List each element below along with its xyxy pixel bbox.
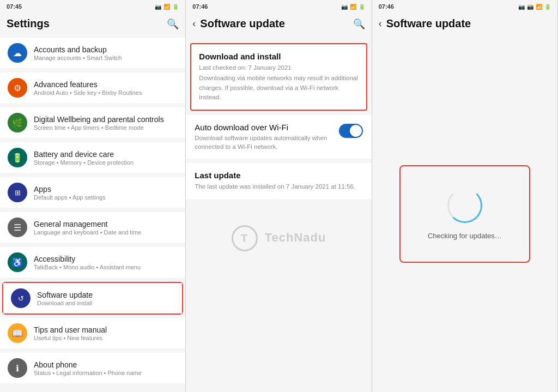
back-button-3[interactable]: ‹ [379,18,382,29]
about-sub: Status • Legal information • Phone name [34,370,142,376]
loading-spinner [447,188,482,223]
checking-content: Checking for updates… [372,35,557,392]
watermark-text: TechNadu [265,231,326,244]
camera-icon: 📷 [155,4,161,10]
settings-item-tips[interactable]: 📖 Tips and user manual Useful tips • New… [0,318,185,348]
download-install-line2: Downloading via mobile networks may resu… [199,74,358,102]
signal-icon-3: 📶 [536,4,542,10]
status-icons-1: 📷 📶 🔋 [155,4,179,10]
header-left: ‹ Software update [192,17,285,30]
status-icons-2: 📷 📶 🔋 [341,4,365,10]
auto-download-row: Auto download over Wi-Fi Download softwa… [186,115,371,159]
tips-text: Tips and user manual Useful tips • New f… [34,325,107,341]
settings-item-advanced[interactable]: ⚙ Advanced features Android Auto • Side … [0,73,185,103]
auto-download-text: Auto download over Wi-Fi Download softwa… [195,123,332,151]
tips-icon: 📖 [8,323,27,343]
general-icon: ☰ [8,218,27,237]
search-icon[interactable]: 🔍 [167,18,179,30]
battery-text: Battery and device care Storage • Memory… [34,150,134,166]
checking-header: ‹ Software update [372,13,557,35]
back-button-2[interactable]: ‹ [192,18,196,29]
wellbeing-icon: 🌿 [8,113,27,132]
auto-download-title: Auto download over Wi-Fi [195,123,332,132]
settings-panel: 07:45 📷 📶 🔋 Settings 🔍 ☁ Accounts and ba… [0,0,186,392]
apps-sub: Default apps • App settings [34,194,106,201]
software-update-sub: Download and install [37,300,93,306]
camera-icon-3: 📷 [518,4,525,10]
tips-sub: Useful tips • New features [34,335,107,341]
battery-title: Battery and device care [34,150,134,159]
advanced-text: Advanced features Android Auto • Side ke… [34,80,142,96]
advanced-icon: ⚙ [8,78,27,98]
battery-icon-2: 🔋 [359,4,365,10]
time-3: 07:46 [379,3,394,10]
checking-header-left: ‹ Software update [379,17,471,30]
settings-item-accessibility[interactable]: ♿ Accessibility TalkBack • Mono audio • … [0,247,185,278]
section-wellbeing: 🌿 Digital Wellbeing and parental control… [0,107,185,138]
checking-text: Checking for updates… [428,232,502,240]
last-update-sub: The last update was installed on 7 Janua… [195,182,362,191]
accessibility-title: Accessibility [34,255,141,263]
section-general: ☰ General management Language and keyboa… [0,212,185,243]
software-update-icon: ↺ [11,288,31,308]
watermark: T TechNadu [186,203,371,273]
settings-item-battery[interactable]: 🔋 Battery and device care Storage • Memo… [0,142,185,173]
signal-icon-2: 📶 [350,4,356,10]
download-install-card[interactable]: Download and install Last checked on: 7 … [190,43,367,111]
settings-item-wellbeing[interactable]: 🌿 Digital Wellbeing and parental control… [0,107,185,138]
status-bar-3: 07:46 📷 📸 📶 🔋 [372,0,557,13]
download-install-title: Download and install [199,52,358,61]
about-title: About phone [34,360,142,369]
section-about: ℹ About phone Status • Legal information… [0,353,185,383]
general-text: General management Language and keyboard… [34,220,141,236]
update-content: Download and install Last checked on: 7 … [186,35,371,392]
about-text: About phone Status • Legal information •… [34,360,142,376]
signal-icon: 📶 [163,4,170,10]
section-tips: 📖 Tips and user manual Useful tips • New… [0,318,185,348]
wellbeing-title: Digital Wellbeing and parental controls [34,115,164,124]
screenshot-icon: 📸 [527,4,533,10]
section-accessibility: ♿ Accessibility TalkBack • Mono audio • … [0,247,185,278]
checking-title: Software update [386,17,471,30]
advanced-sub: Android Auto • Side key • Bixby Routines [34,89,142,96]
accounts-sub: Manage accounts • Smart Switch [34,55,122,61]
software-update-detail-panel: 07:46 📷 📶 🔋 ‹ Software update 🔍 Download… [186,0,372,392]
last-update-card: Last update The last update was installe… [186,163,371,199]
apps-icon: ⊞ [8,183,27,202]
software-update-header: ‹ Software update 🔍 [186,13,371,35]
settings-item-general[interactable]: ☰ General management Language and keyboa… [0,212,185,243]
apps-title: Apps [34,185,106,194]
checking-updates-panel: 07:46 📷 📸 📶 🔋 ‹ Software update Checking… [372,0,558,392]
general-sub: Language and keyboard • Date and time [34,229,141,236]
auto-download-toggle[interactable] [339,124,363,138]
settings-title: Settings [7,17,50,30]
settings-item-software-update[interactable]: ↺ Software update Download and install [3,283,182,313]
settings-item-apps[interactable]: ⊞ Apps Default apps • App settings [0,177,185,208]
accessibility-icon: ♿ [8,252,27,272]
status-bar-2: 07:46 📷 📶 🔋 [186,0,371,13]
settings-item-about[interactable]: ℹ About phone Status • Legal information… [0,353,185,383]
accounts-title: Accounts and backup [34,45,122,54]
apps-text: Apps Default apps • App settings [34,185,106,201]
battery-icon: 🔋 [172,4,179,10]
status-bar-1: 07:45 📷 📶 🔋 [0,0,185,13]
software-update-detail-title: Software update [200,17,285,30]
battery-sub: Storage • Memory • Device protection [34,159,134,166]
section-advanced: ⚙ Advanced features Android Auto • Side … [0,73,185,103]
battery-care-icon: 🔋 [8,148,27,167]
wellbeing-sub: Screen time • App timers • Bedtime mode [34,124,164,131]
time-1: 07:45 [7,3,22,10]
accessibility-text: Accessibility TalkBack • Mono audio • As… [34,255,141,270]
accounts-icon: ☁ [8,43,27,63]
tips-title: Tips and user manual [34,325,107,334]
watermark-icon: T [232,225,258,251]
auto-download-sub: Download software updates automatically … [195,134,332,151]
checking-box: Checking for updates… [399,165,530,263]
settings-header: Settings 🔍 [0,13,185,35]
settings-item-accounts[interactable]: ☁ Accounts and backup Manage accounts • … [0,38,185,68]
download-install-line1: Last checked on: 7 January 2021 [199,63,358,73]
time-2: 07:46 [192,3,208,10]
search-icon-2[interactable]: 🔍 [353,18,365,30]
general-title: General management [34,220,141,228]
accounts-text: Accounts and backup Manage accounts • Sm… [34,45,122,61]
